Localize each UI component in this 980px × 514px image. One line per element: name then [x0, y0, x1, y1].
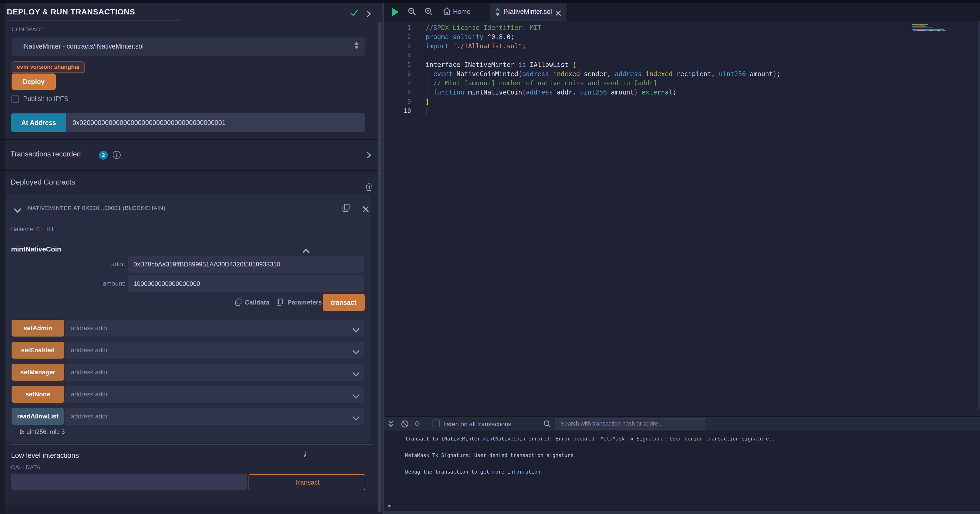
- calldata-input[interactable]: [11, 474, 247, 490]
- contract-collapse-icon[interactable]: [14, 205, 21, 215]
- transact-button[interactable]: transact: [323, 294, 365, 311]
- zoom-out-icon[interactable]: [408, 7, 416, 18]
- solidity-icon: [495, 7, 501, 18]
- transactions-expand-icon[interactable]: [366, 151, 372, 160]
- deploy-button[interactable]: Deploy: [11, 73, 56, 90]
- function-row: setEnabled: [11, 342, 364, 359]
- amount-arg-label: amount:: [73, 280, 126, 287]
- clear-console-icon[interactable]: [401, 420, 409, 430]
- expand-function-icon[interactable]: [353, 391, 360, 401]
- panel-bottom: [5, 505, 383, 514]
- tab-bar: Home INativeMinter.sol: [383, 3, 980, 21]
- main-area: 12345678910 //SPDX-License-Identifier: M…: [383, 3, 980, 514]
- contract-label: CONTRACT: [11, 26, 44, 33]
- panel-expand-icon[interactable]: [366, 10, 372, 19]
- deployed-contract-title: INATIVEMINTER AT 0X020...00001 (BLOCKCHA…: [26, 205, 165, 212]
- evm-version-badge: evm version: shanghai: [11, 62, 84, 73]
- terminal-bar: 0 listen on all transactions: [383, 416, 980, 430]
- setEnabled-input[interactable]: [65, 342, 364, 359]
- function-name: mintNativeCoin: [11, 245, 61, 253]
- publish-ipfs-checkbox[interactable]: [11, 95, 19, 103]
- copy-parameters-icon[interactable]: [277, 298, 283, 308]
- section-divider: [0, 170, 383, 171]
- terminal-prompt: >: [387, 503, 391, 509]
- call-output-value: uint256: role 3: [27, 428, 65, 435]
- readAllowList-input[interactable]: [65, 408, 364, 425]
- low-level-transact-button[interactable]: Transact: [248, 474, 365, 490]
- zoom-in-icon[interactable]: [425, 7, 433, 18]
- addr-arg-input[interactable]: [128, 256, 364, 273]
- collapse-terminal-icon[interactable]: [387, 420, 395, 430]
- expand-function-icon[interactable]: [353, 325, 360, 335]
- setManager-input[interactable]: [65, 364, 364, 381]
- info-icon: i: [303, 451, 306, 459]
- terminal-log-line: Debug the transaction to get more inform…: [405, 469, 543, 474]
- terminal-content[interactable]: transact to INativeMinter.mintNativeCoin…: [383, 430, 980, 514]
- tab-inativeminter[interactable]: INativeMinter.sol: [490, 3, 566, 21]
- expand-function-icon[interactable]: [353, 369, 360, 379]
- trash-icon[interactable]: [365, 183, 372, 193]
- home-icon[interactable]: [442, 7, 451, 18]
- contract-select-value: INativeMinter - contracts/INativeMinter.…: [22, 43, 144, 50]
- function-collapse-icon[interactable]: [303, 246, 310, 255]
- deployed-contracts-label: Deployed Contracts: [11, 178, 75, 186]
- title-underline: [7, 21, 181, 21]
- deploy-run-panel: DEPLOY & RUN TRANSACTIONS CONTRACT INati…: [0, 3, 383, 514]
- tab-home[interactable]: Home: [453, 8, 471, 16]
- listen-label: listen on all transactions: [444, 420, 511, 428]
- section-divider: [11, 444, 372, 445]
- editor-scrollbar[interactable]: [978, 22, 980, 409]
- tab-label: INativeMinter.sol: [503, 8, 552, 16]
- transactions-recorded-label: Transactions recorded: [11, 150, 81, 158]
- amount-arg-input[interactable]: [128, 275, 364, 292]
- setManager-button[interactable]: setManager: [11, 364, 64, 381]
- low-level-title: Low level interactions: [11, 452, 79, 460]
- section-divider: [0, 139, 383, 140]
- calldata-button[interactable]: Calldata: [245, 299, 269, 306]
- function-row: setAdmin: [11, 320, 364, 336]
- terminal-scrollbar[interactable]: [383, 511, 980, 514]
- copy-calldata-icon[interactable]: [235, 298, 242, 308]
- panel-scrollbar[interactable]: [378, 22, 382, 512]
- code-editor[interactable]: 12345678910 //SPDX-License-Identifier: M…: [383, 21, 980, 416]
- code-content: //SPDX-License-Identifier: MITpragma sol…: [426, 23, 781, 116]
- function-row: setManager: [11, 364, 364, 381]
- copy-icon[interactable]: [342, 204, 350, 214]
- at-address-input[interactable]: [66, 113, 365, 132]
- search-icon: [543, 420, 551, 430]
- terminal-count: 0: [415, 420, 419, 428]
- info-icon[interactable]: [113, 151, 121, 161]
- close-icon[interactable]: [363, 205, 369, 214]
- line-numbers: 12345678910: [383, 23, 411, 116]
- text-cursor: [426, 108, 426, 115]
- at-address-button[interactable]: At Address: [11, 113, 66, 132]
- function-rows: setAdminsetEnabledsetManagersetNonereadA…: [11, 320, 364, 430]
- expand-function-icon[interactable]: [353, 413, 360, 423]
- run-icon[interactable]: [392, 8, 399, 16]
- terminal-search-input[interactable]: [555, 418, 705, 430]
- terminal-log-line: MetaMask Tx Signature: User denied trans…: [405, 452, 576, 458]
- panel-title: DEPLOY & RUN TRANSACTIONS: [7, 7, 135, 16]
- setNone-input[interactable]: [65, 386, 364, 403]
- setAdmin-button[interactable]: setAdmin: [11, 320, 64, 336]
- window-top-strip: [0, 0, 980, 3]
- listen-checkbox[interactable]: [432, 419, 440, 427]
- check-icon: [350, 9, 358, 19]
- function-row: readAllowList: [11, 408, 364, 425]
- transactions-count-badge: 2: [99, 151, 108, 160]
- publish-ipfs-label: Publish to IPFS: [23, 95, 68, 103]
- readAllowList-button[interactable]: readAllowList: [11, 408, 64, 425]
- tab-close-icon[interactable]: [555, 8, 561, 18]
- parameters-button[interactable]: Parameters: [288, 299, 322, 306]
- setNone-button[interactable]: setNone: [11, 386, 64, 403]
- setAdmin-input[interactable]: [65, 320, 364, 336]
- setEnabled-button[interactable]: setEnabled: [11, 342, 64, 359]
- call-output-index: 0:: [19, 428, 25, 435]
- expand-function-icon[interactable]: [353, 347, 360, 357]
- terminal-log-line: transact to INativeMinter.mintNativeCoin…: [405, 436, 775, 441]
- function-row: setNone: [11, 386, 364, 403]
- remix-ide: DEPLOY & RUN TRANSACTIONS CONTRACT INati…: [0, 0, 980, 514]
- contract-select[interactable]: INativeMinter - contracts/INativeMinter.…: [11, 37, 365, 56]
- addr-arg-label: addr:: [73, 260, 126, 268]
- minimap[interactable]: [912, 24, 964, 33]
